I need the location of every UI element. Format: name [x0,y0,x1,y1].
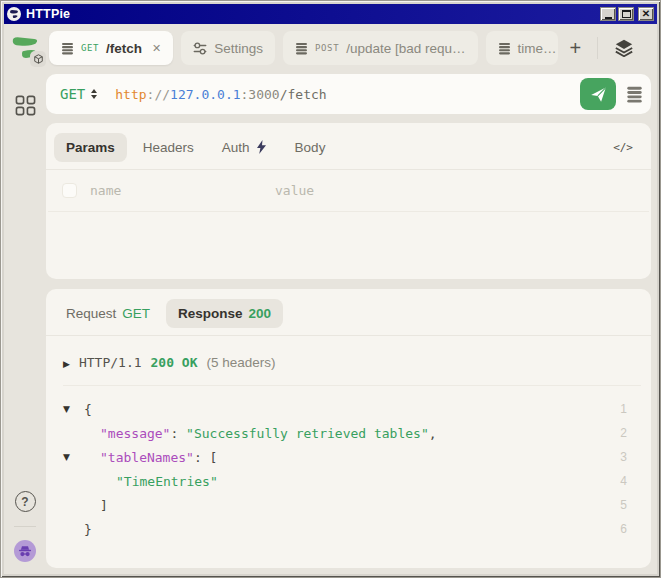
lightning-icon [256,140,267,154]
tabbar-divider [597,37,598,59]
tab-post-update[interactable]: POST /update [bad requ… [283,31,477,65]
stack-icon [626,86,643,103]
method-selector[interactable]: GET [60,86,97,102]
url-input[interactable]: http://127.0.0.1:3000/fetch [115,87,326,102]
minimize-button[interactable] [600,7,616,21]
incognito-icon [18,545,32,558]
tab-response[interactable]: Response 200 [166,299,283,328]
line-number: 2 [615,426,641,440]
collection-icon [61,42,74,55]
tab-overview-button[interactable] [614,38,634,58]
tab-request[interactable]: Request GET [54,299,162,328]
response-body: ▼ { 1 "message": "Successfully retrieved… [46,386,651,541]
status-code: 200 OK [151,355,198,370]
tab-label: Settings [214,41,263,56]
response-panel-tabs: Request GET Response 200 [46,289,651,329]
line-number: 4 [615,474,641,488]
anonymous-avatar[interactable] [14,540,36,562]
tab-settings[interactable]: Settings [181,31,275,65]
url-bar: GET http://127.0.0.1:3000/fetch [46,74,651,114]
apps-grid-button[interactable] [15,95,36,116]
json-line: "message": "Successfully retrieved table… [63,421,641,445]
cube-icon [34,54,43,64]
tab-params[interactable]: Params [54,133,127,162]
app-icon [7,7,21,21]
json-token: , [429,426,437,441]
response-panel: Request GET Response 200 ▶ HTTP/1.1 200 … [46,289,651,568]
grid-icon [15,95,36,116]
sidebar: ? [4,24,46,574]
headers-expander-icon[interactable]: ▶ [63,359,70,369]
url-port: :3000 [241,87,280,102]
tab-body-label: Body [295,140,326,155]
collapse-icon[interactable]: ▼ [63,404,70,414]
response-tab-label: Response [178,306,243,321]
request-tab-label: Request [66,306,116,321]
json-token: { [84,402,92,417]
request-editor-tabs: Params Headers Auth Body </> [46,123,651,163]
tab-method: GET [81,43,99,53]
param-name-input[interactable] [90,183,262,198]
url-path: /fetch [280,87,327,102]
tab-body[interactable]: Body [283,133,338,162]
json-key: "tableNames" [100,450,194,465]
json-line: ▼ { 1 [63,397,641,421]
request-options-button[interactable] [626,86,643,103]
line-number: 1 [615,402,641,416]
json-line: "TimeEntries" 4 [63,469,641,493]
tab-method: POST [315,43,339,53]
line-number: 3 [615,450,641,464]
tab-get-fetch[interactable]: GET /fetch ✕ [49,31,173,65]
json-line: ] 5 [63,493,641,517]
method-value: GET [60,86,85,102]
layers-icon [614,38,634,58]
param-checkbox[interactable] [62,183,77,198]
main-area: GET /fetch ✕ Settings [46,24,657,574]
window-title: HTTPie [26,7,595,21]
new-tab-button[interactable]: + [570,38,582,58]
tab-path: /update [bad requ… [346,41,465,56]
headers-count: (5 headers) [207,355,276,370]
send-button[interactable] [580,78,616,110]
response-tab-status: 200 [249,306,272,321]
url-separator: :// [147,87,170,102]
json-token: : [170,426,186,441]
json-line: ▼ "tableNames": [ 3 [63,445,641,469]
window-controls: ✕ [600,7,654,21]
tab-params-label: Params [66,140,115,155]
json-string: "TimeEntries" [116,474,218,489]
code-view-toggle[interactable]: </> [613,141,639,154]
sidebar-divider [14,526,36,527]
close-tab-icon[interactable]: ✕ [152,42,161,55]
close-window-icon: ✕ [642,9,650,19]
protocol: HTTP/1.1 [79,355,142,370]
tab-headers-label: Headers [143,140,194,155]
help-button[interactable]: ? [15,491,36,512]
tab-time[interactable]: time… [486,31,558,65]
response-status-line: ▶ HTTP/1.1 200 OK (5 headers) [46,336,651,370]
url-scheme: http [115,87,146,102]
json-key: "message" [100,426,170,441]
line-number: 6 [615,522,641,536]
maximize-button[interactable] [618,7,634,21]
app-body: ? GET /fetc [4,24,657,574]
tab-path: /fetch [106,41,142,56]
collection-icon [295,42,308,55]
method-caret-icon [91,89,97,99]
param-value-input[interactable] [275,183,635,198]
httpie-mini-logo-icon [9,9,19,19]
tab-auth-label: Auth [222,140,250,155]
tab-headers[interactable]: Headers [131,133,206,162]
json-token: } [84,522,92,537]
minimize-icon [605,17,612,19]
collection-icon [498,42,511,55]
close-button[interactable]: ✕ [638,7,654,21]
tab-auth[interactable]: Auth [210,133,279,162]
titlebar: HTTPie ✕ [4,4,657,24]
collapse-icon[interactable]: ▼ [63,452,70,462]
json-line: } 6 [63,517,641,541]
line-number: 5 [615,498,641,512]
tab-label: time… [518,41,557,56]
json-token: ] [100,498,108,513]
httpie-logo[interactable] [10,33,40,65]
